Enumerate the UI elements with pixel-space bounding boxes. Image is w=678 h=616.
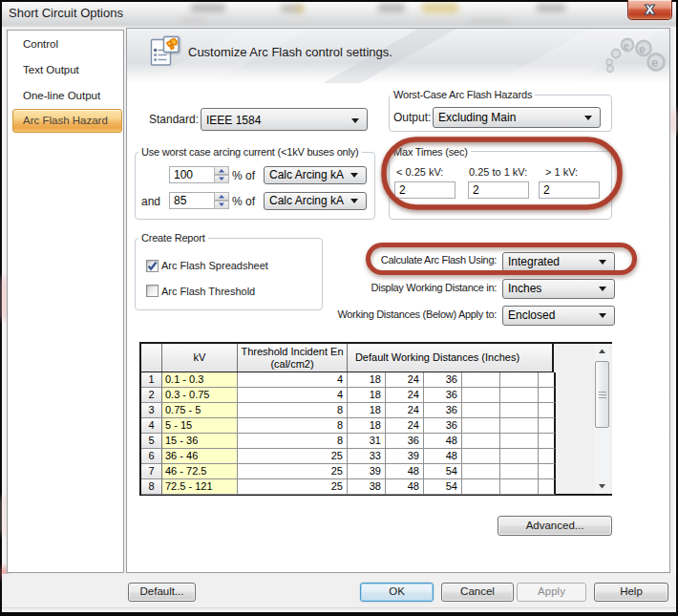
svg-text:e: e bbox=[639, 43, 646, 56]
svg-text:e: e bbox=[651, 55, 658, 70]
svg-text:e: e bbox=[624, 41, 629, 52]
